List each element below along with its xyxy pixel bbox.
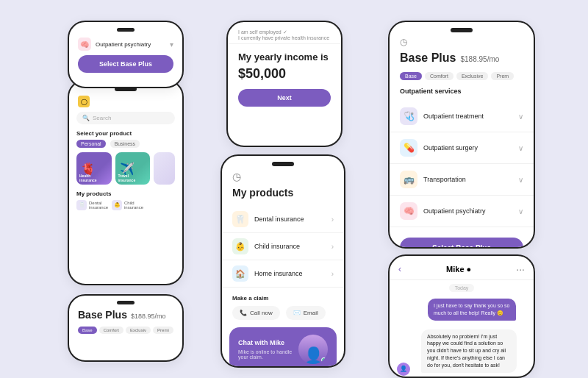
email-btn[interactable]: ✉️ Email	[286, 306, 326, 320]
tier-tabs: Base Comfort Exclusive Prem	[390, 72, 534, 88]
income-amount: $50,000	[228, 66, 341, 89]
chip-child[interactable]: 👶 Childinsurance	[112, 200, 143, 210]
phone-icon: 📞	[240, 310, 247, 316]
back-btn[interactable]: ‹	[398, 264, 401, 274]
psychiatry-icon: 🧠	[400, 202, 417, 220]
my-products-title: My products	[222, 184, 344, 206]
product-cards-row: 🫀 Healthinsurance ✈️ Travelinsurance	[69, 152, 182, 190]
chevron-child: ›	[331, 243, 334, 251]
card-travel[interactable]: ✈️ Travelinsurance	[115, 152, 151, 185]
baseplus-small-header: Base Plus $188.95/mo	[69, 309, 182, 327]
phone-home-screen: ◯ 🔍 Search Select your product Personal …	[68, 79, 184, 285]
phone-income-screen: I am self employed ✓ I currently have pr…	[226, 21, 343, 147]
chevron-dental: ›	[331, 215, 334, 224]
phone-outpatient-top-left: 🧠 Outpatient psychiatry ▾ Select Base Pl…	[68, 21, 184, 88]
mike-avatar: 👤	[298, 335, 328, 364]
select-product-label: Select your product	[69, 130, 182, 140]
search-placeholder: Search	[93, 115, 111, 121]
phone-baseplus-small-screen: Base Plus $188.95/mo Base Comfort Exclus…	[68, 294, 184, 362]
msg-left: Absolutely no problem! I'm just happy we…	[421, 329, 517, 373]
chat-header: ‹ Mike ● ···	[390, 256, 534, 280]
select-base-plus-btn[interactable]: Select Base Plus	[400, 238, 523, 249]
product-home[interactable]: 🏠 Home insurance ›	[222, 260, 344, 288]
search-bar[interactable]: 🔍 Search	[76, 112, 175, 124]
tier-tabs-small: Base Comfort Exclusiv Premi	[69, 327, 182, 334]
my-products-label: My products	[69, 190, 182, 200]
select-base-plus-btn-top[interactable]: Select Base Plus	[78, 55, 173, 73]
baseplus-title: Base Plus	[400, 51, 456, 65]
phone-products-screen: ◷ My products 🦷 Dental insurance › 👶 Chi…	[220, 154, 345, 368]
home-prod-icon: 🏠	[232, 265, 248, 282]
product-child[interactable]: 👶 Child insurance ›	[222, 233, 344, 260]
outpatient-label: Outpatient psychiatry	[96, 41, 151, 48]
dental-icon: 🦷	[76, 200, 87, 210]
baseplus-header: Base Plus $188.95/mo	[390, 49, 534, 72]
logo-row: ◯	[69, 96, 182, 112]
service-surgery[interactable]: 💊 Outpatient surgery ∨	[390, 132, 534, 164]
search-icon: 🔍	[82, 115, 90, 121]
surgery-name: Outpatient surgery	[423, 144, 478, 151]
expand-transport[interactable]: ∨	[518, 176, 523, 184]
transport-name: Transportation	[423, 176, 466, 183]
income-header: I am self employed ✓ I currently have pr…	[228, 22, 341, 44]
notch	[117, 28, 135, 32]
agent-name: Mike ●	[446, 265, 471, 274]
call-now-btn[interactable]: 📞 Call now	[232, 306, 280, 320]
service-transport[interactable]: 🚌 Transportation ∨	[390, 164, 534, 196]
date-badge: Today	[449, 284, 475, 292]
chip-dental-label: Dentalinsurance	[89, 201, 108, 210]
email-label: Email	[304, 310, 318, 316]
baseplus-small-price: $188.95/mo	[131, 313, 166, 320]
card-other[interactable]	[154, 152, 175, 185]
tier-premi-small[interactable]: Premi	[153, 327, 173, 334]
call-label: Call now	[250, 310, 273, 316]
msg-right: I just have to say thank you so so much …	[428, 299, 516, 321]
tier-comfort[interactable]: Comfort	[425, 72, 453, 80]
expand-treatment[interactable]: ∨	[518, 113, 523, 121]
tier-base-small[interactable]: Base	[78, 327, 97, 334]
tab-business[interactable]: Business	[110, 140, 140, 148]
make-claim-label: Make a claim	[222, 288, 344, 306]
chevron-home: ›	[331, 270, 334, 278]
app-logo-icon: ◯	[78, 96, 90, 107]
tier-prem[interactable]: Prem	[491, 72, 514, 80]
dental-prod-name: Dental insurance	[254, 215, 304, 223]
home-prod-name: Home insurance	[254, 270, 303, 277]
tab-personal[interactable]: Personal	[76, 140, 106, 148]
email-icon: ✉️	[293, 310, 301, 316]
private-health-label: I currently have private health insuranc…	[238, 35, 331, 40]
expand-surgery[interactable]: ∨	[518, 144, 523, 152]
tier-exclusive[interactable]: Exclusive	[456, 72, 489, 80]
phone-chat-screen: ‹ Mike ● ··· Today I just have to say th…	[388, 254, 535, 378]
chat-banner[interactable]: Chat with Mike Mike is online to handle …	[229, 327, 337, 368]
dropdown-chevron[interactable]: ▾	[170, 40, 173, 49]
tier-comfort-small[interactable]: Comfort	[99, 327, 123, 334]
expand-psychiatry[interactable]: ∨	[518, 207, 523, 215]
psychiatry-name: Outpatient psychiatry	[423, 207, 486, 215]
service-psychiatry[interactable]: 🧠 Outpatient psychiatry ∨	[390, 196, 534, 227]
chip-dental[interactable]: 🦷 Dentalinsurance	[76, 200, 108, 210]
service-treatment[interactable]: 🩺 Outpatient treatment ∨	[390, 101, 534, 132]
outpatient-row: 🧠 Outpatient psychiatry ▾	[69, 38, 182, 55]
agent-row: 👤 Absolutely no problem! I'm just happy …	[397, 327, 526, 376]
product-dental[interactable]: 🦷 Dental insurance ›	[222, 206, 344, 233]
child-icon: 👶	[112, 200, 122, 210]
next-button[interactable]: Next	[238, 89, 331, 107]
baseplus-price: $188.95/mo	[460, 55, 499, 63]
child-prod-icon: 👶	[232, 238, 248, 254]
child-prod-name: Child insurance	[254, 243, 300, 250]
chat-sub: Mike is online to handle your claim.	[238, 349, 298, 360]
card-health[interactable]: 🫀 Healthinsurance	[76, 152, 112, 185]
tier-base[interactable]: Base	[400, 72, 422, 80]
claim-buttons-row: 📞 Call now ✉️ Email	[222, 306, 344, 327]
more-options[interactable]: ···	[516, 263, 525, 275]
chat-date: Today	[390, 280, 534, 296]
product-chips-row: 🦷 Dentalinsurance 👶 Childinsurance	[69, 200, 182, 210]
treatment-icon: 🩺	[400, 107, 417, 125]
surgery-icon: 💊	[400, 139, 417, 157]
agent-avatar: 👤	[397, 363, 410, 376]
online-dot	[321, 357, 326, 363]
tier-exclusiv-small[interactable]: Exclusiv	[126, 327, 151, 334]
income-title: My yearly income is	[228, 47, 341, 66]
self-employed-label: I am self employed ✓	[238, 29, 331, 35]
